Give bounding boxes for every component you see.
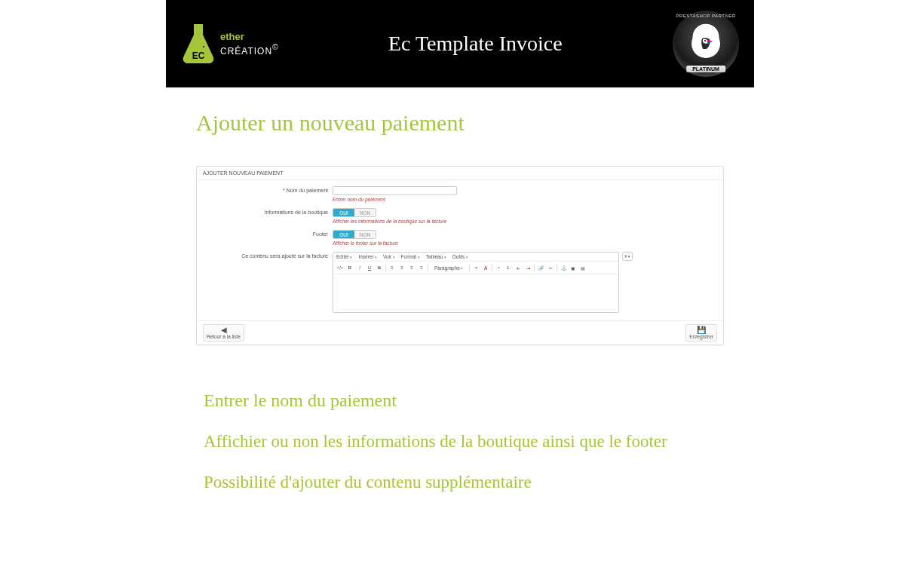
media-icon[interactable]: ▤: [579, 264, 587, 271]
paragraph-select[interactable]: Paragraphe: [431, 265, 467, 271]
flask-icon: EC: [181, 21, 216, 66]
align-justify-icon[interactable]: ≡: [418, 264, 425, 271]
callout-3: Possibilité d'ajouter du contenu supplém…: [204, 473, 716, 492]
save-button[interactable]: 💾 Enregistrer: [685, 324, 717, 341]
bold-icon[interactable]: B: [346, 264, 354, 271]
svg-text:EC: EC: [192, 51, 205, 61]
separator: [534, 264, 535, 271]
header-bar: EC ether CRÉATION© Ec Template Invoice P…: [166, 0, 754, 87]
footer-help: Afficher le footer sur la facture: [333, 240, 716, 246]
editor-menu-insert[interactable]: Insérer: [358, 254, 377, 259]
header-title: Ec Template Invoice: [388, 32, 563, 56]
separator: [492, 264, 492, 271]
payment-name-input[interactable]: [333, 186, 457, 195]
editor-menu-edit[interactable]: Editer: [336, 254, 352, 259]
footer-label: Footer: [204, 230, 333, 237]
callout-1: Entrer le nom du paiement: [204, 390, 716, 411]
copyright-symbol: ©: [272, 43, 278, 51]
separator: [469, 264, 470, 271]
italic-icon[interactable]: I: [356, 264, 363, 271]
shop-info-toggle-off[interactable]: NON: [354, 209, 376, 216]
editor-menu-bar: Editer Insérer Voir Format Tableau Outil…: [333, 253, 618, 262]
editor-menu-tools[interactable]: Outils: [452, 254, 468, 259]
save-icon: 💾: [697, 326, 706, 334]
page-heading: Ajouter un nouveau paiement: [196, 110, 724, 136]
payment-name-label: * Nom du paiement: [204, 186, 333, 193]
partner-badge: PRESTASHOP PARTNER PLATINUM: [673, 11, 739, 77]
separator: [385, 264, 386, 271]
quote-icon[interactable]: ❝: [472, 264, 480, 271]
rich-text-editor[interactable]: Editer Insérer Voir Format Tableau Outil…: [333, 252, 619, 313]
callout-2: Affichier ou non les informations de la …: [204, 432, 716, 452]
brand-bottom-text: CRÉATION: [220, 47, 272, 57]
partner-ribbon-text: PLATINUM: [686, 66, 725, 72]
save-button-label: Enregistrer: [689, 334, 713, 339]
puffin-icon: [692, 29, 720, 58]
text-color-icon[interactable]: A: [482, 264, 489, 271]
align-left-icon[interactable]: ≡: [388, 264, 396, 271]
number-list-icon[interactable]: 1.: [504, 264, 512, 271]
svg-point-3: [704, 40, 706, 41]
shop-info-help: Afficher les informations de la boutique…: [333, 219, 716, 224]
brand-top-text: ether: [220, 31, 244, 42]
footer-toggle[interactable]: OUI NON: [333, 230, 376, 239]
unlink-icon[interactable]: ✂: [547, 264, 554, 271]
content-label: Ce contenu sera ajouté sur la facture: [204, 252, 333, 259]
editor-toolbar: </> B I U S ≡ ≡ ≡ ≡ Pa: [333, 262, 618, 274]
editor-menu-format[interactable]: Format: [401, 254, 420, 259]
underline-icon[interactable]: U: [366, 264, 373, 271]
editor-menu-view[interactable]: Voir: [383, 254, 395, 259]
link-icon[interactable]: 🔗: [537, 264, 544, 271]
svg-point-1: [203, 46, 204, 47]
shop-info-toggle-on[interactable]: OUI: [333, 209, 354, 216]
indent-icon[interactable]: ⇥: [524, 264, 532, 271]
back-button-label: Retour à la liste: [207, 334, 241, 339]
footer-toggle-on[interactable]: OUI: [333, 231, 354, 238]
source-code-icon[interactable]: </>: [336, 264, 344, 271]
shop-info-label: Informations de la boutique: [204, 208, 333, 215]
align-right-icon[interactable]: ≡: [408, 264, 416, 271]
back-to-list-button[interactable]: ◀ Retour à la liste: [203, 324, 244, 341]
separator: [428, 264, 428, 271]
anchor-icon[interactable]: ⚓: [560, 264, 567, 271]
align-center-icon[interactable]: ≡: [398, 264, 406, 271]
editor-menu-table[interactable]: Tableau: [426, 254, 446, 259]
shop-info-toggle[interactable]: OUI NON: [333, 208, 376, 217]
strikethrough-icon[interactable]: S: [376, 264, 383, 271]
image-icon[interactable]: ▣: [569, 264, 577, 271]
partner-arc-text: PRESTASHOP PARTNER: [673, 14, 739, 18]
arrow-left-circle-icon: ◀: [221, 326, 227, 334]
separator: [557, 264, 557, 271]
language-selector[interactable]: fr: [622, 252, 633, 261]
outdent-icon[interactable]: ⇤: [514, 264, 522, 271]
footer-toggle-off[interactable]: NON: [354, 231, 376, 238]
add-payment-panel: AJOUTER NOUVEAU PAIEMENT * Nom du paieme…: [196, 166, 724, 345]
brand-logo: EC ether CRÉATION©: [181, 21, 278, 66]
editor-content-area[interactable]: [333, 274, 618, 312]
payment-name-help: Entrer nom du paiement: [333, 197, 716, 202]
panel-title: AJOUTER NOUVEAU PAIEMENT: [197, 167, 723, 180]
bullet-list-icon[interactable]: •: [495, 264, 502, 271]
